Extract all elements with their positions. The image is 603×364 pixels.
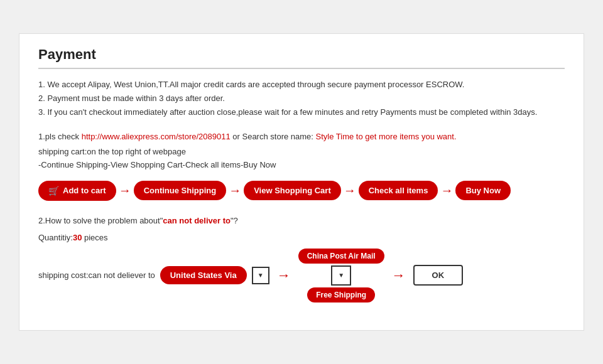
view-shopping-cart-button[interactable]: View Shopping Cart (244, 181, 341, 200)
dropdown-arrow-icon: ▼ (258, 272, 264, 279)
search-text: or Search store name: (232, 132, 313, 141)
problem-prefix: 2.How to solve the problem about" (38, 216, 163, 225)
quantity-row: Quantitiy:30 pieces (38, 233, 565, 242)
check-text-line: 1.pls check http://www.aliexpress.com/st… (38, 129, 565, 144)
method-dropdown[interactable]: ▼ (331, 265, 351, 286)
arrow-6: → (392, 267, 406, 284)
buy-now-button[interactable]: Buy Now (455, 181, 511, 200)
method-dropdown-arrow-icon: ▼ (338, 272, 344, 279)
continue-shipping-button[interactable]: Continue Shipping (134, 181, 227, 200)
check-all-items-button[interactable]: Check all items (359, 181, 438, 200)
arrow-1: → (119, 183, 131, 198)
china-post-air-mail-button[interactable]: China Post Air Mail (298, 249, 384, 264)
country-dropdown[interactable]: ▼ (252, 267, 269, 284)
quantity-value: 30 (73, 233, 82, 242)
page-title: Payment (38, 46, 565, 69)
check-prefix: 1.pls check (38, 132, 79, 141)
add-to-cart-button[interactable]: 🛒 Add to cart (38, 181, 116, 201)
problem-title: 2.How to solve the problem about"can not… (38, 216, 565, 225)
arrow-2: → (229, 183, 241, 198)
free-shipping-button[interactable]: Free Shipping (307, 287, 375, 302)
payment-rule-1: 1. We accept Alipay, West Union,TT.All m… (38, 78, 565, 92)
quantity-suffix: pieces (82, 233, 107, 242)
ok-button[interactable]: OK (413, 265, 464, 286)
cart-icon: 🛒 (48, 186, 59, 196)
arrow-4: → (440, 183, 453, 198)
payment-rule-3: 3. If you can't checkout immediately aft… (38, 105, 565, 119)
arrow-3: → (344, 183, 356, 198)
problem-section: 2.How to solve the problem about"can not… (38, 216, 565, 302)
payment-rule-2: 2. Payment must be made within 3 days af… (38, 92, 565, 105)
store-name: Style Time to get more items you want. (316, 132, 457, 141)
problem-suffix: "? (231, 216, 238, 225)
shipping-row: shipping cost:can not deliever to United… (38, 249, 565, 302)
page-container: Payment 1. We accept Alipay, West Union,… (19, 33, 584, 331)
flow-buttons-row: 🛒 Add to cart → Continue Shipping → View… (38, 181, 565, 201)
payment-rules-list: 1. We accept Alipay, West Union,TT.All m… (38, 78, 565, 119)
shipping-cart-note: shipping cart:on the top right of webpag… (38, 147, 565, 156)
quantity-label: Quantitiy: (38, 233, 73, 242)
problem-highlight: can not deliver to (163, 216, 231, 225)
arrow-5: → (277, 267, 291, 284)
country-button[interactable]: United States Via (160, 266, 247, 284)
shipping-cost-label: shipping cost:can not deliever to (38, 270, 155, 280)
continue-note: -Continue Shipping-View Shopping Cart-Ch… (38, 160, 565, 169)
method-group: China Post Air Mail ▼ Free Shipping (298, 249, 384, 302)
store-link[interactable]: http://www.aliexpress.com/store/2089011 (82, 132, 231, 141)
